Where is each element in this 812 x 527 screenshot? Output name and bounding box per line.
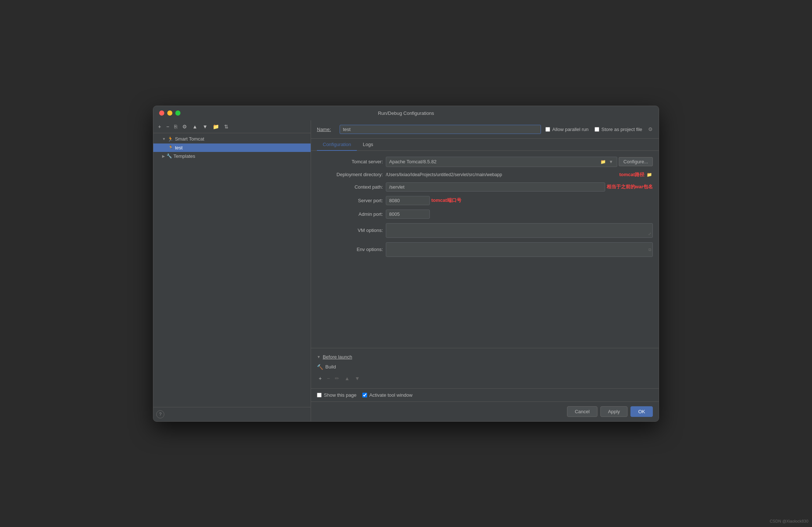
tomcat-server-select[interactable]: Apache Tomcat/8.5.82 📁 ▼ xyxy=(386,157,617,167)
build-item: 🔨 Build xyxy=(317,363,653,371)
header-options: Allow parallel run Store as project file… xyxy=(545,126,653,132)
tomcat-server-field: Apache Tomcat/8.5.82 📁 ▼ Configure... xyxy=(386,157,653,167)
tomcat-server-label: Tomcat server: xyxy=(317,159,383,164)
context-path-field: 相当于之前的war包名 xyxy=(386,182,653,192)
tab-configuration[interactable]: Configuration xyxy=(317,139,357,151)
before-launch-section: ▼ Before launch 🔨 Build + − ✏ ▲ ▼ xyxy=(311,348,659,388)
server-port-input[interactable] xyxy=(386,196,430,205)
deployment-directory-label: Deployment directory: xyxy=(317,172,383,177)
tab-logs[interactable]: Logs xyxy=(357,139,379,151)
server-port-label: Server port: xyxy=(317,198,383,203)
activate-tool-window-label: Activate tool window xyxy=(369,392,413,398)
traffic-lights xyxy=(159,110,180,116)
configure-button[interactable]: Configure... xyxy=(619,157,653,166)
folder-button[interactable]: 📁 xyxy=(211,123,221,131)
before-launch-chevron[interactable]: ▼ xyxy=(317,355,321,359)
templates-group[interactable]: ▶ 🔧 Templates xyxy=(153,152,311,160)
name-row: Name: Allow parallel run Store as projec… xyxy=(311,120,659,139)
vm-options-wrapper: ⤢ xyxy=(386,223,653,238)
sidebar-tree: ▼ 🏃 Smart Tomcat 🏃 test ▶ 🔧 Templates xyxy=(153,133,311,407)
remove-configuration-button[interactable]: − xyxy=(164,123,171,131)
context-path-annotation: 相当于之前的war包名 xyxy=(607,183,653,190)
store-as-project-file-checkbox[interactable] xyxy=(595,127,599,132)
dialog-footer: Cancel Apply OK xyxy=(311,401,659,421)
tomcat-path-annotation: tomcat路径 xyxy=(619,171,644,178)
dropdown-arrow-icon[interactable]: ▼ xyxy=(608,159,614,165)
smart-tomcat-group[interactable]: ▼ 🏃 Smart Tomcat xyxy=(153,135,311,143)
before-launch-edit-button[interactable]: ✏ xyxy=(333,374,341,382)
env-options-label: Env options: xyxy=(317,247,383,252)
server-port-row: Server port: tomcat端口号 xyxy=(317,196,653,205)
server-port-field: tomcat端口号 xyxy=(386,196,653,205)
templates-label: Templates xyxy=(173,153,195,159)
store-as-project-file-label[interactable]: Store as project file xyxy=(595,127,642,132)
allow-parallel-run-checkbox[interactable] xyxy=(545,127,550,132)
before-launch-up-button[interactable]: ▲ xyxy=(343,374,351,382)
context-path-input[interactable] xyxy=(386,182,605,192)
before-launch-title: Before launch xyxy=(323,354,352,360)
main-panel: Name: Allow parallel run Store as projec… xyxy=(311,120,659,421)
sort-button[interactable]: ⇅ xyxy=(222,123,230,131)
activate-tool-window-checkbox-label[interactable]: Activate tool window xyxy=(362,392,413,398)
maximize-button[interactable] xyxy=(175,110,180,116)
add-configuration-button[interactable]: + xyxy=(156,123,163,131)
name-field-label: Name: xyxy=(317,127,335,132)
chevron-down-icon: ▼ xyxy=(162,137,166,141)
chevron-right-icon: ▶ xyxy=(162,154,165,158)
tabs: Configuration Logs xyxy=(311,139,659,151)
env-options-wrapper: ⧉ xyxy=(386,242,653,257)
template-icon: 🔧 xyxy=(167,153,172,159)
run-debug-configurations-dialog: Run/Debug Configurations + − ⎘ ⚙ ▲ ▼ 📁 ⇅… xyxy=(153,106,659,422)
test-item-label: test xyxy=(175,145,183,150)
before-launch-remove-button[interactable]: − xyxy=(325,374,332,382)
admin-port-label: Admin port: xyxy=(317,211,383,217)
smart-tomcat-label: Smart Tomcat xyxy=(175,136,204,142)
build-label: Build xyxy=(325,364,336,370)
deployment-directory-value: /Users/lixiao/IdeaProjects/untitled2/ser… xyxy=(386,172,618,177)
watermark: CSDN @Xiaolock830 xyxy=(770,519,808,523)
ok-button[interactable]: OK xyxy=(630,406,653,417)
show-this-page-checkbox-label[interactable]: Show this page xyxy=(317,392,356,398)
expand-icon[interactable]: ⤢ xyxy=(648,232,651,236)
deployment-directory-row: Deployment directory: /Users/lixiao/Idea… xyxy=(317,171,653,178)
allow-parallel-run-label[interactable]: Allow parallel run xyxy=(545,127,589,132)
server-port-annotation: tomcat端口号 xyxy=(431,197,461,204)
vm-options-label: VM options: xyxy=(317,228,383,233)
copy-configuration-button[interactable]: ⎘ xyxy=(172,123,179,131)
tomcat-icon: 🏃 xyxy=(167,136,173,142)
sidebar: + − ⎘ ⚙ ▲ ▼ 📁 ⇅ ▼ 🏃 Smart Tomcat 🏃 xyxy=(153,120,311,421)
move-up-button[interactable]: ▲ xyxy=(190,123,199,131)
sidebar-footer: ? xyxy=(153,407,311,421)
folder-browse-icon[interactable]: 📁 xyxy=(600,159,607,165)
copy-icon[interactable]: ⧉ xyxy=(648,247,651,252)
help-button[interactable]: ? xyxy=(156,410,164,418)
apply-button[interactable]: Apply xyxy=(600,406,628,417)
name-input[interactable] xyxy=(340,125,541,134)
run-icon: 🏃 xyxy=(168,145,173,150)
activate-tool-window-checkbox[interactable] xyxy=(362,393,367,397)
before-launch-down-button[interactable]: ▼ xyxy=(353,374,362,382)
settings-button[interactable]: ⚙ xyxy=(180,123,189,131)
admin-port-input[interactable] xyxy=(386,210,430,219)
show-this-page-checkbox[interactable] xyxy=(317,393,322,397)
move-down-button[interactable]: ▼ xyxy=(201,123,209,131)
vm-options-input[interactable] xyxy=(386,223,653,238)
close-button[interactable] xyxy=(159,110,164,116)
env-options-input[interactable] xyxy=(386,242,653,257)
env-options-row: Env options: ⧉ xyxy=(317,242,653,257)
cancel-button[interactable]: Cancel xyxy=(567,406,597,417)
tomcat-server-value: Apache Tomcat/8.5.82 xyxy=(389,159,600,164)
test-configuration-item[interactable]: 🏃 test xyxy=(153,143,311,152)
context-path-label: Context path: xyxy=(317,184,383,190)
show-this-page-label: Show this page xyxy=(324,392,356,398)
minimize-button[interactable] xyxy=(167,110,172,116)
server-select-icons: 📁 ▼ xyxy=(600,159,614,165)
build-icon: 🔨 xyxy=(317,364,323,370)
context-path-row: Context path: 相当于之前的war包名 xyxy=(317,182,653,192)
before-launch-toolbar: + − ✏ ▲ ▼ xyxy=(317,374,653,382)
admin-port-field xyxy=(386,210,653,219)
deployment-folder-icon[interactable]: 📁 xyxy=(646,171,653,178)
vm-options-row: VM options: ⤢ xyxy=(317,223,653,238)
before-launch-add-button[interactable]: + xyxy=(317,374,323,382)
gear-icon[interactable]: ⚙ xyxy=(648,126,653,132)
